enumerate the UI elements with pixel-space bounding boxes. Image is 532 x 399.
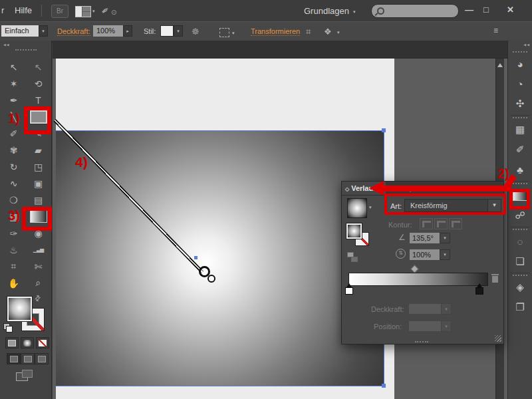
panel-drag-handle[interactable] [415,341,428,342]
workspace-layout-icon[interactable] [75,6,91,17]
rotate-tool[interactable]: ↻ [1,158,26,175]
expand-panels-icon[interactable]: ◀◀ [523,43,530,47]
chevron-down-icon[interactable]: ▾ [441,303,452,315]
chevron-down-icon[interactable]: ▾ [232,31,235,36]
dock-drag-handle[interactable] [513,183,527,184]
appearance-panel-button[interactable]: ❏ [508,251,532,271]
lasso-tool[interactable]: ⟲ [26,75,51,92]
control-panel-menu-icon[interactable]: ≡ [493,26,498,35]
width-tool[interactable]: ∿ [1,175,26,192]
stroke-panel-button[interactable]: ◌ [508,231,532,251]
dock-drag-handle[interactable] [513,229,527,230]
color-paint-button[interactable] [5,337,19,348]
gradient-thumbnail[interactable] [347,198,367,218]
pen-tool[interactable]: ✒ [1,92,26,108]
anchor-point[interactable] [382,128,386,132]
graphic-style-swatch[interactable] [160,25,174,37]
window-close-button[interactable]: ✕ [507,5,514,15]
default-fill-stroke-icon[interactable] [3,323,13,332]
workspace-switcher[interactable]: Grundlagen [304,6,349,16]
stop-opacity-field[interactable] [408,303,442,315]
delete-stop-icon[interactable] [491,274,499,283]
recolor-artwork-panel-button[interactable]: ✣ [508,94,532,114]
blob-brush-tool[interactable]: ✾ [1,142,26,158]
chevron-down-icon[interactable]: ▾ [369,205,372,210]
zoom-tool[interactable]: ⌕ [26,275,51,291]
free-transform-tool[interactable]: ▣ [26,175,51,192]
fill-color-swatch[interactable] [7,297,32,321]
stroke-across-button[interactable] [449,218,462,229]
chevron-down-icon[interactable]: ▾ [440,249,450,260]
align-artboard-icon[interactable]: ⌗ [306,27,311,37]
toolbar-drag-handle[interactable] [15,49,37,51]
slice-tool[interactable]: ✄ [26,258,51,275]
eraser-tool[interactable]: ▰ [26,142,51,158]
draw-normal-button[interactable] [7,353,21,364]
dock-drag-handle[interactable] [513,117,527,118]
shape-builder-tool[interactable]: ❍ [1,192,26,208]
dock-drag-handle[interactable] [513,275,527,276]
scale-tool[interactable]: ◳ [26,158,51,175]
transform-link[interactable]: Transformieren [251,27,300,36]
cs-live-quill-icon[interactable]: ✒ [98,3,112,18]
gradient-stop-white[interactable] [345,287,353,295]
selection-tool[interactable]: ↖ [1,59,26,75]
swap-fill-stroke-icon[interactable]: ⇄ [33,293,43,304]
hand-tool[interactable]: ✋ [1,275,26,291]
direct-selection-tool[interactable]: ↖ [26,59,51,75]
chevron-down-icon[interactable]: ▾ [440,233,450,243]
artboard-tool[interactable]: ⌗ [1,258,26,275]
symbol-sprayer-tool[interactable]: ♨ [1,241,26,258]
chevron-down-icon[interactable]: ▾ [337,30,340,35]
gradient-midpoint-handle[interactable] [410,265,419,273]
draw-behind-button[interactable] [21,353,35,364]
bridge-button[interactable]: Br [51,5,68,18]
swatches-panel-button[interactable]: ▦ [508,120,532,140]
paintbrush-tool[interactable]: ✐ [1,125,26,142]
brushes-panel-button[interactable]: ✐ [508,140,532,160]
chevron-down-icon[interactable]: ▾ [92,9,95,14]
isolate-selection-icon[interactable] [219,28,229,37]
gradient-stop-black[interactable] [475,287,483,295]
chevron-down-icon[interactable]: ▾ [39,25,48,37]
draw-inside-button[interactable] [35,353,49,364]
stop-position-field[interactable] [408,321,442,332]
scroll-up-icon[interactable] [497,63,503,67]
artboards-panel-button[interactable]: ❐ [508,297,532,317]
menu-item-partial[interactable]: r [1,5,4,15]
chevron-down-icon[interactable]: ▾ [441,321,452,332]
gradient-aspect-field[interactable]: 100% [410,249,440,260]
recolor-artwork-icon[interactable]: ☸ [192,27,200,37]
column-graph-tool[interactable]: ▁▃▅ [26,241,51,258]
color-panel-button[interactable]: ◕ [508,54,532,74]
reverse-gradient-icon[interactable] [347,252,359,262]
search-input[interactable] [371,4,459,18]
window-maximize-button[interactable]: □ [483,5,489,15]
gradient-paint-button[interactable] [21,337,34,348]
color-guide-panel-button[interactable]: ◔ [508,74,532,94]
gradient-annotator-end-ring[interactable] [207,275,215,283]
opacity-value-field[interactable]: 100% [93,25,124,37]
appearance-preset-select[interactable]: Einfach [1,25,40,37]
dock-drag-handle[interactable] [513,51,527,53]
panel-resize-grip[interactable] [495,335,501,342]
gradient-angle-field[interactable]: 135,5° [410,233,440,243]
stroke-along-button[interactable] [434,218,448,229]
window-minimize-button[interactable]: — [465,5,473,15]
screen-mode-button[interactable] [16,370,33,381]
menu-item-help[interactable]: Hilfe [15,5,32,15]
magic-wand-tool[interactable]: ✶ [1,75,26,92]
chevron-down-icon[interactable]: ▾ [353,9,356,15]
gradient-slider-bar[interactable] [348,273,488,286]
select-similar-icon[interactable]: ❖ [324,27,332,37]
collapse-toolbar-icon[interactable]: ◀◀ [3,43,10,47]
none-paint-button[interactable] [36,337,49,348]
layers-panel-button[interactable]: ◈ [508,277,532,297]
chevron-down-icon[interactable]: ▾ [174,25,183,37]
opacity-popup-arrow-icon[interactable]: ▸ [123,25,132,37]
panel-fill-swatch[interactable] [346,223,362,239]
opacity-label[interactable]: Deckkraft: [57,27,90,36]
center-anchor-point[interactable] [194,256,198,259]
perspective-grid-tool[interactable]: ▤ [26,192,51,208]
stroke-within-button[interactable] [420,218,433,229]
